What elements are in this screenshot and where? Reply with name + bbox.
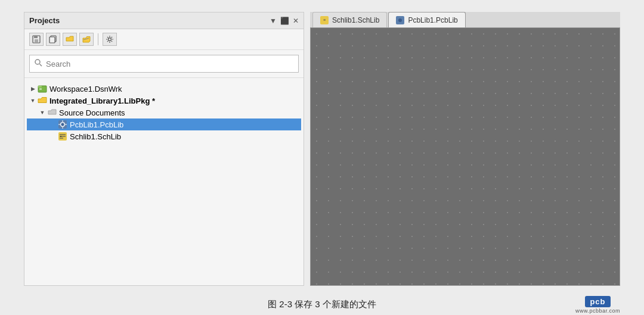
toolbar-separator: [98, 33, 98, 45]
projects-panel: Projects ▼ ⬛ ✕: [24, 12, 304, 286]
svg-point-22: [60, 136, 61, 137]
svg-rect-1: [34, 36, 38, 38]
search-icon: [35, 59, 42, 68]
source-docs-label: Source Documents: [59, 108, 125, 117]
svg-line-7: [40, 64, 42, 67]
tree-item-schlib[interactable]: Schlib1.SchLib: [27, 130, 301, 142]
close-icon[interactable]: ✕: [293, 17, 299, 25]
sch-icon: [58, 132, 67, 141]
caption-text: 图 2-3 保存 3 个新建的文件: [0, 299, 644, 310]
open-button[interactable]: [79, 33, 94, 46]
svg-rect-2: [35, 39, 38, 42]
search-box: [29, 55, 299, 73]
tab-pcblib-icon: [396, 16, 404, 24]
expand-icon-source-docs: ▼: [39, 109, 46, 116]
svg-rect-9: [38, 86, 42, 88]
pcb-logo: pcb www.pcbbar.com: [575, 296, 620, 314]
copy-button[interactable]: [46, 33, 60, 46]
svg-point-6: [35, 60, 40, 64]
tree-item-workspace[interactable]: ▶ Workspace1.DsnWrk: [27, 83, 301, 95]
tabs-bar: ≡ Schlib1.SchLib PcbLib1.PcbLib: [310, 12, 620, 27]
tab-schlib[interactable]: ≡ Schlib1.SchLib: [312, 12, 387, 27]
workspace-label: Workspace1.DsnWrk: [49, 85, 122, 93]
panel-toolbar: [24, 29, 304, 50]
top-area: Projects ▼ ⬛ ✕: [0, 0, 644, 292]
right-panel: ≡ Schlib1.SchLib PcbLib1.PcbLib: [310, 12, 620, 286]
tab-pcblib-label: PcbLib1.PcbLib: [408, 16, 457, 24]
library-icon: [38, 96, 47, 105]
pcb-logo-sub: www.pcbbar.com: [575, 308, 620, 314]
svg-point-5: [109, 38, 112, 41]
main-container: Projects ▼ ⬛ ✕: [0, 0, 644, 315]
schlib-label: Schlib1.SchLib: [70, 132, 121, 141]
tree-item-source-docs[interactable]: ▼ Source Documents: [27, 107, 301, 118]
canvas-area: [310, 27, 620, 286]
panel-header: Projects ▼ ⬛ ✕: [24, 13, 304, 29]
svg-rect-4: [49, 37, 55, 43]
tab-schlib-icon: ≡: [320, 16, 329, 24]
panel-header-icons: ▼ ⬛ ✕: [270, 17, 299, 25]
svg-rect-10: [39, 88, 42, 90]
tab-pcblib[interactable]: PcbLib1.PcbLib: [388, 12, 465, 27]
search-container: [24, 50, 304, 78]
tree-item-pcblib[interactable]: PcbLib1.PcbLib: [27, 118, 301, 130]
tree-item-library[interactable]: ▼ Integrated_Library1.LibPkg *: [27, 95, 301, 107]
folder-button[interactable]: [63, 33, 77, 46]
bottom-caption: 图 2-3 保存 3 个新建的文件 pcb www.pcbbar.com: [0, 292, 644, 315]
library-label: Integrated_Library1.LibPkg *: [49, 96, 155, 105]
project-tree: ▶ Workspace1.DsnWrk ▼ Integrated_Library…: [24, 78, 304, 285]
save-button[interactable]: [29, 33, 44, 46]
expand-icon-workspace: ▶: [29, 85, 36, 92]
pcb-logo-brand: pcb: [585, 296, 610, 307]
svg-point-13: [62, 124, 64, 126]
dock-icon[interactable]: ⬛: [280, 17, 289, 25]
pcblib-label: PcbLib1.PcbLib: [70, 120, 123, 129]
workspace-icon: [38, 84, 47, 93]
folder-icon: [47, 108, 57, 117]
search-input[interactable]: [46, 60, 293, 68]
pin-icon[interactable]: ▼: [270, 17, 277, 25]
settings-button[interactable]: [103, 33, 117, 46]
pcb-icon: [58, 120, 67, 129]
panel-title: Projects: [29, 16, 60, 25]
tab-schlib-label: Schlib1.SchLib: [332, 16, 379, 24]
expand-icon-library: ▼: [29, 97, 36, 104]
